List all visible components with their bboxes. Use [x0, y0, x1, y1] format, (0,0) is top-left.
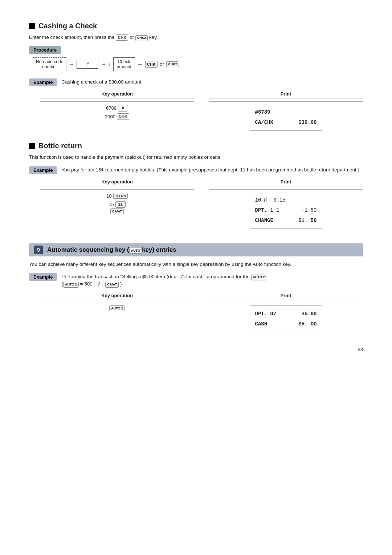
caat-key-eq: CA/AT: [105, 282, 119, 288]
print-col-3: Print DPT. O7 $5.00 CASH $5. OO: [209, 293, 363, 332]
bottle-return-section: Bottle return This function is used to h…: [29, 142, 363, 228]
example-badge-2: Example: [29, 166, 57, 174]
print-header-3: Print: [209, 293, 363, 300]
key-op-line-2: 3000 CHK: [40, 113, 194, 121]
example-badge-3: Example: [29, 273, 57, 281]
key-op-col-2: Key operation 10 %-FOR 15 11 CA/AT: [40, 179, 194, 229]
print-col-1: Print #6789 CA/CHK $30.00: [209, 91, 363, 131]
print-header-2: Print: [209, 179, 363, 186]
auto2-key-eq: AUTO 2: [63, 282, 79, 288]
auto2-key-op: AUTO 2: [109, 305, 125, 311]
auto-seq-intro: You can achieve many different key seque…: [29, 261, 363, 268]
auto2-key-example: AUTO 2: [251, 275, 267, 280]
auto-seq-header: 9 Automatic sequencing key (AUTOkey) ent…: [29, 243, 363, 256]
receipt-row-as-1: DPT. O7 $5.00: [255, 309, 317, 319]
flow-arrow-2: → ↓: [101, 61, 111, 68]
key-op-line-br-1: 10 %-FOR: [40, 192, 194, 200]
receipt-1: #6789 CA/CHK $30.00: [250, 104, 322, 131]
flow-step-nonadd: Non-add code number: [33, 57, 66, 71]
chk-key-op: CHK: [117, 113, 129, 120]
page-number: 53: [29, 347, 363, 352]
auto-seq-example-row: Example Performing the transaction "Sell…: [29, 273, 363, 288]
chk-key: CHK: [116, 34, 128, 41]
print-header-1: Print: [209, 91, 363, 98]
cashing-check-example-row: Example Cashing a check of a $30.00 amou…: [29, 78, 363, 86]
section-number-badge: 9: [34, 246, 43, 254]
key-op-line-1: 6789 #: [40, 104, 194, 112]
procedure-badge: Procedure: [29, 46, 61, 54]
flow-box-check-amount: Check amount: [113, 57, 135, 71]
cashing-check-section: Cashing a Check Enter the check amount, …: [29, 22, 363, 131]
chk2-key: CHK2: [135, 35, 148, 41]
flow-chk2-key: CHK2: [166, 61, 179, 67]
flow-box-nonadd: Non-add code number: [33, 57, 66, 71]
flow-arrow-3: →: [137, 61, 143, 68]
print-body-3: DPT. O7 $5.00 CASH $5. OO: [209, 305, 363, 332]
bottle-return-title: Bottle return: [29, 142, 363, 150]
key-op-body-3: AUTO 2: [40, 305, 194, 311]
receipt-row-br-2: DPT. 1 1 -1.50: [255, 205, 317, 215]
receipt-row-2: CA/CHK $30.00: [255, 117, 317, 127]
bottle-return-intro: This function is used to handle the paym…: [29, 154, 363, 161]
receipt-row-br-1: 10 @ -0.15: [255, 195, 317, 205]
pct-for-key: %-FOR: [113, 193, 128, 199]
receipt-3: DPT. O7 $5.00 CASH $5. OO: [250, 305, 322, 332]
cashing-check-table: Key operation 6789 # 3000 CHK Print #678…: [40, 91, 363, 131]
print-col-2: Print 10 @ -0.15 DPT. 1 1 -1.50 CHANGE $…: [209, 179, 363, 229]
flow-chk-key: CHK: [145, 61, 158, 68]
key-op-col-3: Key operation AUTO 2: [40, 293, 194, 332]
key-op-line-br-3: CA/AT: [40, 208, 194, 214]
cashing-check-intro: Enter the check amount, then press the C…: [29, 34, 363, 41]
auto-seq-title: Automatic sequencing key (AUTOkey) entri…: [47, 246, 176, 254]
dept7-key-eq: 7: [94, 281, 104, 287]
print-body-2: 10 @ -0.15 DPT. 1 1 -1.50 CHANGE $1. 50: [209, 192, 363, 229]
auto-seq-example-text: Performing the transaction "Selling a $5…: [61, 273, 266, 288]
dept11-key: 11: [115, 201, 126, 208]
bottle-return-example-row: Example You pay for ten 15¢ returned emp…: [29, 166, 363, 174]
key-op-line-br-2: 15 11: [40, 200, 194, 208]
bottle-return-table: Key operation 10 %-FOR 15 11 CA/AT Print: [40, 179, 363, 229]
receipt-row-as-2: CASH $5. OO: [255, 319, 317, 329]
procedure-flow: Non-add code number → # → ↓ Check amount…: [33, 57, 363, 71]
key-op-header-1: Key operation: [40, 91, 194, 98]
receipt-row-1: #6789: [255, 107, 317, 117]
key-op-header-2: Key operation: [40, 179, 194, 186]
caat-key: CA/AT: [110, 208, 124, 214]
black-square-icon-2: [29, 143, 35, 149]
key-op-body-2: 10 %-FOR 15 11 CA/AT: [40, 192, 194, 215]
key-op-col-1: Key operation 6789 # 3000 CHK: [40, 91, 194, 131]
flow-arrow-1: →: [69, 61, 74, 68]
key-op-line-as-1: AUTO 2: [40, 305, 194, 311]
receipt-2: 10 @ -0.15 DPT. 1 1 -1.50 CHANGE $1. 50: [250, 192, 322, 229]
cashing-check-title: Cashing a Check: [29, 22, 363, 30]
auto-key-in-title: AUTO: [129, 248, 142, 254]
auto-seq-section: 9 Automatic sequencing key (AUTOkey) ent…: [29, 243, 363, 333]
flow-or-text: or: [160, 61, 164, 67]
cashing-check-example-text: Cashing a check of a $30.00 amount: [61, 78, 141, 86]
hash-key-op: #: [118, 105, 128, 112]
bottle-return-example-text: You pay for ten 15¢ returned empty bottl…: [61, 166, 359, 174]
auto-seq-table: Key operation AUTO 2 Print DPT. O7 $5.00…: [40, 293, 363, 332]
black-square-icon: [29, 23, 35, 29]
receipt-row-br-3: CHANGE $1. 50: [255, 215, 317, 226]
key-op-body-1: 6789 # 3000 CHK: [40, 104, 194, 121]
key-op-header-3: Key operation: [40, 293, 194, 300]
flow-box-hash: #: [77, 60, 98, 69]
print-body-1: #6789 CA/CHK $30.00: [209, 104, 363, 131]
example-badge-1: Example: [29, 78, 57, 86]
